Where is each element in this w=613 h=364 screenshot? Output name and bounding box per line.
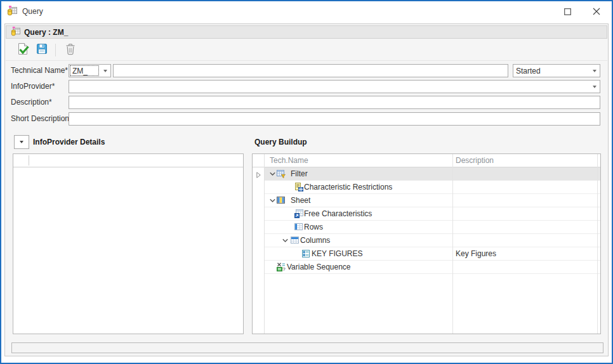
technical-name-extended-input[interactable] <box>113 64 508 77</box>
tree-cell-tech-name: KEY FIGURES <box>312 247 362 261</box>
query-icon <box>11 27 20 38</box>
tree-cell-description: Key Figures <box>456 247 496 261</box>
technical-name-combo[interactable]: ZM_ <box>69 64 111 77</box>
infoprovider-combo[interactable] <box>69 80 600 93</box>
tree-row-characteristic-restrictions[interactable]: Characteristic Restrictions <box>264 181 600 194</box>
query-window: Query <box>0 0 613 364</box>
tree-header: Tech.Name Description <box>253 154 600 167</box>
infoprovider-details-dropdown-button[interactable] <box>14 135 29 149</box>
tree-cell-tech-name: Rows <box>304 221 323 234</box>
tree-row-filter[interactable]: Filter <box>264 167 600 181</box>
save-icon <box>36 42 48 57</box>
svg-text:?: ? <box>282 266 286 271</box>
group-header-title: Query : ZM_ <box>24 28 68 37</box>
sheet-icon <box>277 196 286 207</box>
tree-cell-tech-name: Filter <box>291 167 308 181</box>
close-button[interactable] <box>582 1 610 22</box>
tree-row-rows[interactable]: Rows <box>264 221 600 234</box>
filter-icon <box>277 169 286 180</box>
tree-row-variable-sequence[interactable]: ?Variable Sequence <box>264 261 600 274</box>
expand-chevron-icon[interactable] <box>269 197 276 206</box>
tree-cell-tech-name: Variable Sequence <box>287 261 351 274</box>
chevron-down-icon[interactable] <box>589 65 600 77</box>
columns-icon <box>291 236 300 247</box>
free-characteristics-icon <box>294 209 303 220</box>
query-icon <box>7 6 17 18</box>
delete-button[interactable] <box>61 41 80 59</box>
query-groupbox: Query : ZM_ <box>4 23 609 356</box>
infoprovider-details-title: InfoProvider Details <box>33 138 105 146</box>
status-bar <box>11 342 603 353</box>
expand-chevron-icon[interactable] <box>282 237 289 246</box>
description-input[interactable] <box>69 96 600 109</box>
tree-row-key-figures[interactable]: KEY FIGURESKey Figures <box>264 247 600 261</box>
description-label: Description* <box>11 96 52 109</box>
infoprovider-label: InfoProvider* <box>11 80 55 93</box>
infoprovider-value[interactable] <box>69 81 589 93</box>
toolbar <box>6 39 607 61</box>
save-button[interactable] <box>32 41 51 59</box>
status-combo[interactable]: Started <box>513 64 600 77</box>
short-description-label: Short Description <box>11 112 69 126</box>
tree-cell-tech-name: Columns <box>300 234 330 247</box>
short-description-input[interactable] <box>69 112 600 126</box>
row-indicator-gutter <box>264 154 265 334</box>
chevron-down-icon <box>20 141 23 143</box>
expand-chevron-icon[interactable] <box>269 171 276 179</box>
maximize-button[interactable] <box>553 1 582 22</box>
infoprovider-details-panel <box>13 153 244 334</box>
infoprovider-details-header-row <box>13 154 243 167</box>
tree-rows: FilterCharacteristic RestrictionsSheetFr… <box>253 167 600 334</box>
tree-row-free-characteristics[interactable]: Free Characteristics <box>264 207 600 221</box>
technical-name-label: Technical Name* <box>11 64 68 77</box>
variable-sequence-icon: ? <box>277 263 286 273</box>
delete-icon <box>64 42 77 57</box>
tree-cell-tech-name: Sheet <box>291 194 310 207</box>
focused-row-arrow-icon <box>256 171 261 180</box>
query-buildup-title: Query Buildup <box>254 138 307 146</box>
column-separator <box>452 154 453 334</box>
tree-cell-tech-name: Free Characteristics <box>304 207 372 221</box>
column-separator <box>597 154 598 334</box>
column-header-tech-name[interactable]: Tech.Name <box>270 154 308 167</box>
rows-icon <box>294 223 303 233</box>
tree-row-columns[interactable]: Columns <box>264 234 600 247</box>
column-header-description[interactable]: Description <box>456 154 494 167</box>
window-title: Query <box>22 7 43 16</box>
query-buildup-tree: Tech.Name Description FilterCharacterist… <box>252 153 601 334</box>
validate-button[interactable] <box>13 41 32 59</box>
key-figures-icon <box>301 249 310 260</box>
title-bar: Query <box>1 1 612 22</box>
status-value[interactable]: Started <box>513 65 589 77</box>
tree-cell-tech-name: Characteristic Restrictions <box>304 181 392 194</box>
chevron-down-icon[interactable] <box>589 81 600 93</box>
technical-name-value[interactable]: ZM_ <box>70 65 99 76</box>
tree-row-sheet[interactable]: Sheet <box>264 194 600 207</box>
toolbar-separator <box>55 44 56 56</box>
group-header: Query : ZM_ <box>6 25 607 39</box>
characteristic-restrictions-icon <box>294 183 303 193</box>
validate-icon <box>16 42 30 58</box>
chevron-down-icon[interactable] <box>100 65 110 77</box>
